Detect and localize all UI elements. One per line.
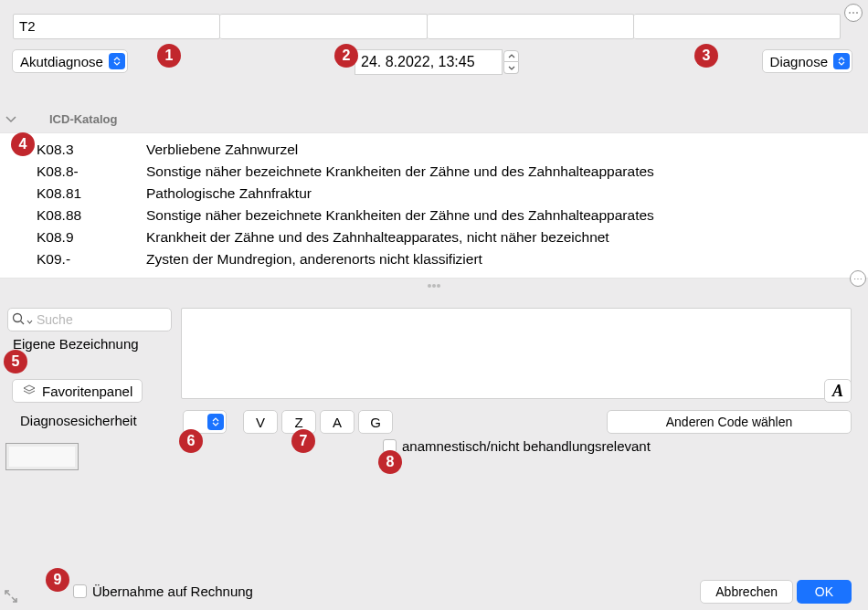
more-icon[interactable]: ⋯ <box>844 4 863 22</box>
pane-grabber[interactable] <box>416 284 452 288</box>
uebernahme-checkbox-row[interactable]: Übernahme auf Rechnung <box>73 584 253 599</box>
expand-icon[interactable] <box>4 589 18 606</box>
vzag-a-button[interactable]: A <box>320 410 355 434</box>
icd-desc: Krankheit der Zähne und des Zahnhalteapp… <box>146 229 868 246</box>
diagnose-dropdown[interactable]: Diagnose <box>762 49 852 73</box>
dropdown-arrows-icon <box>207 414 224 430</box>
description-textarea[interactable] <box>181 308 852 399</box>
small-preview-frame <box>5 443 79 470</box>
annotation-badge-5: 5 <box>4 350 27 373</box>
icd-desc: Zysten der Mundregion, anderenorts nicht… <box>146 251 868 268</box>
icd-row[interactable]: K08.3Verbliebene Zahnwurzel <box>0 139 868 161</box>
svg-line-1 <box>21 321 25 324</box>
uebernahme-label: Übernahme auf Rechnung <box>92 584 253 599</box>
annotation-badge-6: 6 <box>179 429 203 453</box>
annotation-badge-3: 3 <box>694 44 718 68</box>
icd-desc: Sonstige näher bezeichnete Krankheiten d… <box>146 163 868 180</box>
icd-code: K08.8- <box>37 163 146 180</box>
datetime-stepper[interactable] <box>503 50 519 74</box>
font-button[interactable]: A <box>824 379 852 403</box>
icd-code: K09.- <box>37 251 146 268</box>
icd-row[interactable]: K08.9Krankheit der Zähne und des Zahnhal… <box>0 226 868 248</box>
favoriten-label: Favoritenpanel <box>42 384 132 399</box>
dropdown-arrows-icon <box>833 53 850 69</box>
top-field-2[interactable] <box>220 14 427 39</box>
top-field-1[interactable]: T2 <box>13 14 220 39</box>
icd-desc: Pathologische Zahnfraktur <box>146 185 868 202</box>
vzag-v-button[interactable]: V <box>243 410 278 434</box>
annotation-badge-8: 8 <box>378 450 402 474</box>
diagnosesicherheit-label: Diagnosesicherheit <box>20 413 137 428</box>
stepper-down[interactable] <box>503 62 519 74</box>
stepper-up[interactable] <box>503 50 519 62</box>
layers-icon <box>22 383 37 400</box>
icd-row[interactable]: K08.88Sonstige näher bezeichnete Krankhe… <box>0 205 868 226</box>
icd-code: K08.9 <box>37 229 146 246</box>
ok-button[interactable]: OK <box>797 580 852 604</box>
annotation-badge-9: 9 <box>46 568 69 592</box>
icd-row[interactable]: K08.81Pathologische Zahnfraktur <box>0 183 868 205</box>
akutdiagnose-dropdown[interactable]: Akutdiagnose <box>12 49 128 73</box>
icd-row[interactable]: K09.-Zysten der Mundregion, anderenorts … <box>0 248 868 270</box>
cancel-button[interactable]: Abbrechen <box>700 580 793 604</box>
icd-desc: Verbliebene Zahnwurzel <box>146 142 868 158</box>
uebernahme-checkbox[interactable] <box>73 584 87 598</box>
annotation-badge-7: 7 <box>291 429 315 453</box>
diagnose-label: Diagnose <box>770 54 828 69</box>
dropdown-arrows-icon <box>109 53 125 69</box>
akutdiagnose-label: Akutdiagnose <box>20 54 103 69</box>
datetime-field[interactable]: 24. 8.2022, 13:45 <box>355 49 503 75</box>
annotation-badge-2: 2 <box>334 44 358 68</box>
anamnestisch-checkbox-row[interactable]: anamnestisch/nicht behandlungsrelevant <box>383 438 651 454</box>
more-icon[interactable]: ⋯ <box>850 270 866 287</box>
search-icon <box>12 312 25 328</box>
icd-list[interactable]: K08.3Verbliebene Zahnwurzel K08.8-Sonsti… <box>0 132 868 279</box>
chevron-down-icon[interactable] <box>0 112 22 126</box>
vzag-g-button[interactable]: G <box>358 410 393 434</box>
icd-section-title: ICD-Katalog <box>49 112 117 126</box>
favoriten-button[interactable]: Favoritenpanel <box>12 379 143 403</box>
icd-row[interactable]: K08.8-Sonstige näher bezeichnete Krankhe… <box>0 161 868 183</box>
icd-code: K08.88 <box>37 207 146 224</box>
search-input[interactable]: Suche <box>7 308 172 331</box>
top-field-4[interactable] <box>634 14 841 39</box>
annotation-badge-1: 1 <box>157 44 181 68</box>
icd-code: K08.3 <box>37 142 146 158</box>
search-chevron-icon <box>26 312 33 327</box>
anamnestisch-label: anamnestisch/nicht behandlungsrelevant <box>402 438 651 454</box>
eigene-bezeichnung-label: Eigene Bezeichnung <box>13 336 139 352</box>
icd-code: K08.81 <box>37 185 146 202</box>
icd-desc: Sonstige näher bezeichnete Krankheiten d… <box>146 207 868 224</box>
anderen-code-button[interactable]: Anderen Code wählen <box>607 410 852 434</box>
svg-point-0 <box>14 313 22 321</box>
top-field-3[interactable] <box>428 14 634 39</box>
search-placeholder: Suche <box>37 312 73 327</box>
annotation-badge-4: 4 <box>11 132 35 156</box>
